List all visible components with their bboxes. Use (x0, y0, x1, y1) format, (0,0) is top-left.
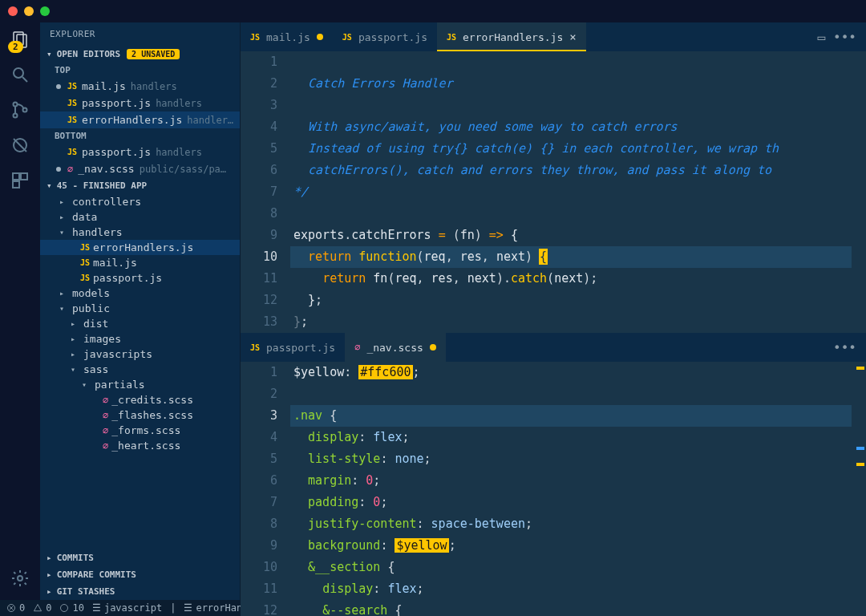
js-file-icon: JS (67, 99, 77, 107)
tree-folder[interactable]: ▸controllers (40, 194, 240, 209)
editor-group-top: JSmail.jsJSpassport.jsJSerrorHandlers.js… (241, 22, 866, 333)
status-warnings[interactable]: 0 (33, 602, 51, 614)
editor-tab[interactable]: JSmail.js (241, 22, 333, 51)
explorer-icon[interactable]: 2 (10, 29, 30, 50)
tree-folder[interactable]: ▸images (40, 331, 240, 346)
file-name: _credits.scss (111, 394, 193, 406)
editor-tab[interactable]: JSpassport.js (241, 333, 345, 362)
tree-file[interactable]: JSmail.js (40, 255, 240, 270)
tree-folder[interactable]: ▾public (40, 301, 240, 316)
explorer-sidebar: EXPLORER OPEN EDITORS 2 UNSAVED TOPJSmai… (40, 22, 241, 600)
js-file-icon: JS (80, 243, 90, 252)
settings-gear-icon[interactable] (10, 568, 30, 589)
file-name: _heart.scss (111, 440, 180, 452)
project-header[interactable]: 45 - FINISHED APP (40, 177, 240, 194)
tab-actions-bottom: ••• (824, 333, 866, 362)
editor-tab[interactable]: JSpassport.js (333, 22, 437, 51)
sidebar-section-commits[interactable]: COMMITS (40, 549, 240, 566)
folder-name: models (72, 287, 110, 299)
tree-folder[interactable]: ▸data (40, 209, 240, 225)
open-editors-group-header: TOP (40, 63, 240, 78)
tree-file[interactable]: ⌀_heart.scss (40, 438, 240, 453)
tree-file[interactable]: ⌀_forms.scss (40, 423, 240, 438)
tree-file[interactable]: ⌀_credits.scss (40, 392, 240, 407)
tree-file[interactable]: JSerrorHandlers.js (40, 240, 240, 255)
minimize-window-button[interactable] (24, 6, 34, 16)
explorer-badge: 2 (8, 41, 23, 53)
debug-icon[interactable] (10, 135, 30, 156)
tree-folder[interactable]: ▸models (40, 286, 240, 301)
svg-point-6 (23, 108, 27, 112)
svg-point-4 (14, 103, 18, 107)
open-editors-label: OPEN EDITORS (57, 49, 120, 59)
split-editor-icon[interactable]: ▭ (817, 30, 825, 45)
status-errors[interactable]: 0 (6, 602, 25, 614)
source-control-icon[interactable] (10, 99, 30, 120)
js-file-icon: JS (447, 33, 456, 42)
tree-folder[interactable]: ▾partials (40, 377, 240, 392)
tree-folder[interactable]: ▾handlers (40, 225, 240, 240)
sidebar-section-git-stashes[interactable]: GIT STASHES (40, 583, 240, 600)
more-actions-icon[interactable]: ••• (833, 30, 856, 45)
minimap-bottom[interactable] (852, 362, 866, 616)
open-editor-item[interactable]: JSmail.jshandlers (40, 78, 240, 95)
file-name: mail.js (82, 80, 126, 92)
tree-folder[interactable]: ▾sass (40, 362, 240, 377)
js-file-icon: JS (250, 343, 260, 352)
sidebar-section-compare-commits[interactable]: COMPARE COMMITS (40, 566, 240, 583)
tree-file[interactable]: ⌀_flashes.scss (40, 407, 240, 423)
unsaved-badge: 2 UNSAVED (127, 49, 180, 59)
window-titlebar (0, 0, 866, 22)
tree-file[interactable]: JSpassport.js (40, 270, 240, 286)
open-editor-item[interactable]: JSpassport.jshandlers (40, 144, 240, 160)
tree-folder[interactable]: ▸javascripts (40, 346, 240, 362)
editor-tab[interactable]: JSerrorHandlers.js× (437, 22, 586, 51)
file-path: handlers (156, 147, 202, 158)
svg-point-12 (18, 576, 22, 581)
sidebar-title: EXPLORER (40, 22, 240, 46)
file-name: errorHandlers.js (93, 241, 193, 253)
close-tab-icon[interactable]: × (569, 30, 576, 43)
js-file-icon: JS (342, 33, 352, 42)
file-path: handlers (156, 98, 202, 109)
more-actions-icon[interactable]: ••• (833, 340, 856, 355)
status-language-left[interactable]: ☰ javascript (92, 602, 162, 614)
file-path: handlers (131, 81, 177, 92)
open-editor-item[interactable]: JSpassport.jshandlers (40, 95, 240, 111)
minimap-top[interactable] (852, 51, 866, 333)
folder-name: public (72, 302, 110, 314)
open-editors-header[interactable]: OPEN EDITORS 2 UNSAVED (40, 46, 240, 63)
folder-name: sass (83, 363, 108, 375)
folder-name: javascripts (83, 348, 152, 360)
close-window-button[interactable] (8, 6, 18, 16)
scss-file-icon: ⌀ (103, 410, 108, 421)
tab-label: passport.js (266, 342, 335, 354)
editor-tab[interactable]: ⌀_nav.scss (345, 333, 446, 362)
modified-indicator-icon (430, 344, 436, 351)
svg-point-16 (61, 605, 68, 612)
svg-point-5 (14, 114, 18, 118)
maximize-window-button[interactable] (40, 6, 50, 16)
status-info[interactable]: 10 (59, 602, 83, 614)
open-editor-item[interactable]: ⌀_nav.scsspublic/sass/pa… (40, 160, 240, 177)
open-editors-group-header: BOTTOM (40, 128, 240, 144)
folder-name: partials (95, 379, 145, 391)
extensions-icon[interactable] (10, 170, 30, 191)
scss-file-icon: ⌀ (354, 342, 360, 353)
js-file-icon: JS (80, 274, 90, 282)
modified-indicator-icon (317, 34, 323, 40)
file-name: errorHandlers.js (82, 114, 182, 126)
js-file-icon: JS (67, 148, 77, 156)
tab-label: passport.js (358, 31, 427, 43)
svg-line-3 (22, 77, 27, 82)
folder-name: images (83, 333, 121, 345)
tab-actions-top: ▭ ••• (807, 22, 866, 51)
folder-name: data (72, 211, 97, 223)
folder-name: controllers (72, 196, 141, 208)
open-editor-item[interactable]: JSerrorHandlers.jshandler… (40, 111, 240, 128)
code-editor-bottom[interactable]: 123456789101112 $yellow: #ffc600; .nav {… (241, 362, 866, 616)
svg-rect-11 (13, 181, 19, 188)
search-icon[interactable] (10, 64, 30, 85)
code-editor-top[interactable]: 12345678910111213 Catch Errors Handler W… (241, 51, 866, 333)
tree-folder[interactable]: ▸dist (40, 316, 240, 331)
